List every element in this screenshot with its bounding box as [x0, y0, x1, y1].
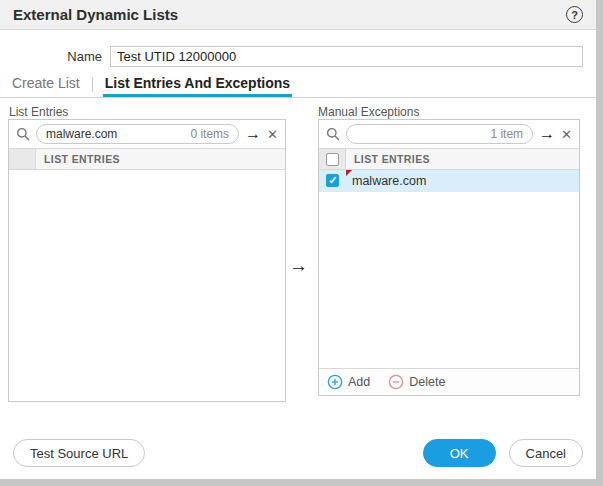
manual-exceptions-column-header: LIST ENTRIES [346, 149, 430, 169]
dialog-title: External Dynamic Lists [13, 6, 178, 23]
select-all-column [319, 149, 346, 169]
list-entries-filter-pill: 0 items [36, 124, 239, 144]
search-icon [326, 127, 340, 141]
manual-exceptions-panel: 1 item → ✕ LIST ENTRIES malware.com [318, 119, 580, 396]
manual-exceptions-count: 1 item [490, 127, 523, 141]
manual-exceptions-filter-pill: 1 item [346, 124, 533, 144]
name-input[interactable] [110, 46, 583, 67]
manual-exceptions-table-header: LIST ENTRIES [319, 148, 579, 170]
apply-filter-icon[interactable]: → [245, 126, 261, 142]
clear-filter-icon[interactable]: ✕ [267, 127, 278, 142]
manual-exceptions-filter-input[interactable] [356, 127, 490, 141]
manual-exceptions-table-body: malware.com [319, 170, 579, 368]
tabs-bar: Create List List Entries And Exceptions [0, 73, 596, 98]
select-all-column [9, 149, 36, 169]
manual-exceptions-search-row: 1 item → ✕ [319, 120, 579, 148]
list-entries-table-header: LIST ENTRIES [9, 148, 285, 170]
move-to-exceptions-icon[interactable]: → [289, 255, 308, 277]
list-entries-count: 0 items [190, 127, 229, 141]
delete-icon [388, 374, 404, 390]
cancel-button[interactable]: Cancel [509, 439, 583, 467]
tab-divider [92, 77, 93, 92]
list-entries-section-title: List Entries [9, 105, 68, 119]
add-icon [327, 374, 343, 390]
clear-filter-icon[interactable]: ✕ [561, 127, 572, 142]
footer-right-buttons: OK Cancel [423, 439, 583, 467]
add-button[interactable]: Add [327, 374, 370, 390]
add-label: Add [348, 375, 370, 389]
manual-exceptions-section-title: Manual Exceptions [318, 105, 419, 119]
help-icon[interactable]: ? [566, 6, 583, 23]
delete-button[interactable]: Delete [388, 374, 445, 390]
name-row: Name [0, 46, 583, 67]
row-checkbox[interactable] [326, 174, 339, 187]
edited-cell-marker [346, 170, 352, 176]
table-row[interactable]: malware.com [319, 170, 579, 192]
search-icon [16, 127, 30, 141]
dialog-footer: Test Source URL OK Cancel [0, 439, 596, 467]
row-select-cell [319, 174, 346, 187]
list-entries-filter-input[interactable] [46, 127, 190, 141]
test-source-url-button[interactable]: Test Source URL [13, 439, 145, 467]
external-dynamic-lists-dialog: External Dynamic Lists ? Name Create Lis… [0, 0, 596, 479]
row-entry-text: malware.com [352, 174, 426, 188]
name-label: Name [0, 49, 110, 64]
apply-filter-icon[interactable]: → [539, 126, 555, 142]
delete-label: Delete [409, 375, 445, 389]
list-entries-column-header: LIST ENTRIES [36, 149, 120, 169]
manual-exceptions-footer: Add Delete [319, 368, 579, 395]
ok-button[interactable]: OK [423, 439, 496, 467]
tab-list-entries-and-exceptions[interactable]: List Entries And Exceptions [103, 75, 292, 97]
list-entries-table-body [9, 170, 285, 401]
list-entries-search-row: 0 items → ✕ [9, 120, 285, 148]
select-all-checkbox[interactable] [326, 153, 339, 166]
row-entry-cell[interactable]: malware.com [346, 170, 579, 191]
tab-create-list[interactable]: Create List [10, 75, 82, 97]
dialog-titlebar: External Dynamic Lists ? [0, 0, 596, 30]
list-entries-panel: 0 items → ✕ LIST ENTRIES [8, 119, 286, 402]
